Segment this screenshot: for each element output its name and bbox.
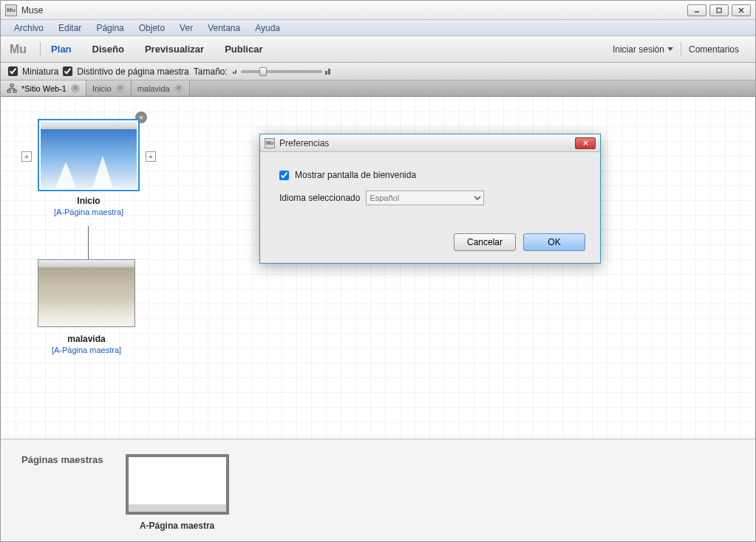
svg-rect-7 (328, 69, 330, 75)
tab-inicio[interactable]: Inicio × (86, 80, 132, 96)
svg-rect-1 (717, 8, 721, 13)
page-card-inicio[interactable]: × + + Inicio [A-Página maestra] (38, 119, 140, 216)
connector-line (88, 226, 89, 259)
language-label: Idioma seleccionado (279, 193, 360, 203)
slider-large-icon (325, 69, 331, 75)
page-master-tag: [A-Página maestra] (38, 207, 140, 216)
add-page-left[interactable]: + (21, 151, 32, 162)
ok-button[interactable]: OK (523, 233, 585, 251)
cancel-button[interactable]: Cancelar (454, 233, 516, 251)
tab-close-icon[interactable]: × (71, 84, 80, 93)
svg-rect-8 (10, 84, 13, 86)
dialog-titlebar[interactable]: Mu Preferencias (260, 134, 600, 152)
mode-bar: Mu Plan Diseño Previsualizar Publicar In… (1, 36, 755, 63)
slider-thumb[interactable] (259, 67, 267, 76)
thumbnail-label: Miniatura (22, 66, 58, 77)
menu-ayuda[interactable]: Ayuda (248, 23, 287, 33)
comments-link[interactable]: Comentarios (681, 44, 746, 55)
page-name: malavida (38, 334, 135, 344)
svg-rect-10 (13, 90, 16, 92)
mode-diseno[interactable]: Diseño (82, 44, 134, 55)
masters-heading: Páginas maestras (21, 454, 103, 465)
dialog-close-button[interactable] (575, 137, 596, 149)
master-card[interactable]: A-Página maestra (126, 454, 229, 531)
master-thumbnail[interactable] (126, 454, 229, 515)
login-label: Iniciar sesión (613, 44, 664, 55)
page-master-tag: [A-Página maestra] (38, 346, 135, 354)
dialog-title: Preferencias (279, 138, 575, 148)
close-button[interactable] (732, 4, 751, 16)
size-label: Tamaño: (194, 66, 228, 77)
maximize-button[interactable] (709, 4, 729, 16)
slider-small-icon (232, 69, 238, 75)
svg-rect-5 (235, 70, 236, 74)
tab-close-icon[interactable]: × (116, 84, 125, 93)
tab-sitio-web[interactable]: *Sitio Web-1 × (1, 80, 86, 96)
slider-track[interactable] (241, 70, 322, 73)
dialog-icon: Mu (265, 138, 275, 148)
page-thumbnail[interactable] (38, 119, 140, 191)
page-card-malavida[interactable]: malavida [A-Página maestra] (38, 259, 135, 354)
menu-ver[interactable]: Ver (172, 23, 200, 33)
tab-label: Inicio (92, 84, 112, 93)
page-name: Inicio (38, 196, 140, 206)
mode-previsualizar[interactable]: Previsualizar (134, 44, 214, 55)
menu-editar[interactable]: Editar (51, 23, 89, 33)
menu-objeto[interactable]: Objeto (132, 23, 172, 33)
app-logo: Mu (10, 43, 27, 56)
mode-plan[interactable]: Plan (41, 44, 81, 55)
options-bar: Miniatura Distintivo de página maestra T… (1, 63, 755, 80)
master-badge-label: Distintivo de página maestra (77, 66, 188, 77)
title-bar: Mu Muse (1, 1, 755, 20)
svg-rect-9 (7, 90, 10, 92)
master-badge-checkbox[interactable] (63, 66, 72, 76)
app-icon: Mu (5, 4, 17, 16)
chevron-down-icon (667, 47, 673, 51)
master-name: A-Página maestra (126, 521, 229, 531)
language-select[interactable]: Español (366, 191, 484, 205)
menu-archivo[interactable]: Archivo (7, 23, 51, 33)
tab-label: *Sitio Web-1 (21, 84, 67, 93)
sitemap-icon (7, 83, 17, 94)
masters-panel: Páginas maestras A-Página maestra (1, 439, 755, 542)
page-thumbnail[interactable] (38, 259, 135, 327)
tab-malavida[interactable]: malavida × (132, 80, 190, 96)
mode-publicar[interactable]: Publicar (214, 44, 273, 55)
welcome-checkbox[interactable] (279, 171, 289, 180)
add-page-right[interactable]: + (146, 151, 156, 162)
size-slider[interactable] (232, 69, 331, 75)
minimize-button[interactable] (687, 4, 706, 16)
file-tabs: *Sitio Web-1 × Inicio × malavida × (1, 80, 755, 97)
window-title: Muse (21, 5, 687, 16)
menu-bar: Archivo Editar Página Objeto Ver Ventana… (1, 20, 755, 36)
welcome-label: Mostrar pantalla de bienvenida (295, 170, 416, 180)
tab-label: malavida (137, 84, 170, 93)
menu-ventana[interactable]: Ventana (200, 23, 248, 33)
thumbnail-checkbox[interactable] (8, 66, 18, 76)
preferences-dialog: Mu Preferencias Mostrar pantalla de bien… (259, 134, 601, 264)
tab-close-icon[interactable]: × (174, 84, 183, 93)
login-link[interactable]: Iniciar sesión (605, 44, 681, 55)
svg-rect-4 (233, 72, 234, 74)
svg-rect-6 (325, 71, 327, 75)
menu-pagina[interactable]: Página (89, 23, 131, 33)
